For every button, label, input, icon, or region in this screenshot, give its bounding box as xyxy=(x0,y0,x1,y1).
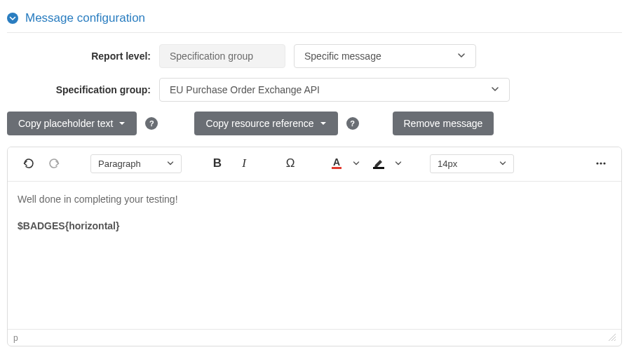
highlight-dropdown[interactable] xyxy=(392,153,405,174)
svg-point-2 xyxy=(600,162,602,164)
report-scope-value: Specific message xyxy=(304,50,381,62)
caret-down-icon xyxy=(320,118,327,129)
editor-line: Well done in completing your testing! xyxy=(18,191,611,208)
caret-down-icon xyxy=(119,118,126,129)
remove-message-label: Remove message xyxy=(404,118,483,129)
svg-point-3 xyxy=(603,162,605,164)
editor-toolbar: Paragraph B I Ω A xyxy=(8,147,621,182)
editor-status-path[interactable]: p xyxy=(13,333,18,343)
more-options-button[interactable] xyxy=(590,153,611,174)
report-scope-select[interactable]: Specific message xyxy=(294,44,476,68)
font-size-select[interactable]: 14px xyxy=(430,154,514,173)
redo-button[interactable] xyxy=(44,153,65,174)
special-char-button[interactable]: Ω xyxy=(280,153,301,174)
svg-point-0 xyxy=(7,13,18,24)
rich-text-editor: Paragraph B I Ω A xyxy=(7,147,622,346)
spec-group-label: Specification group: xyxy=(7,84,151,95)
report-level-value: Specification group xyxy=(159,44,285,68)
text-color-button[interactable]: A xyxy=(326,153,347,174)
chevron-down-icon xyxy=(457,50,466,62)
copy-resource-label: Copy resource reference xyxy=(205,118,313,129)
highlight-button[interactable] xyxy=(368,153,389,174)
block-format-value: Paragraph xyxy=(98,159,141,169)
undo-button[interactable] xyxy=(18,153,39,174)
section-title: Message configuration xyxy=(25,11,145,25)
copy-placeholder-button[interactable]: Copy placeholder text xyxy=(7,112,137,135)
collapse-toggle-icon[interactable] xyxy=(7,13,18,24)
copy-placeholder-label: Copy placeholder text xyxy=(18,118,113,129)
spec-group-value: EU Purchase Order Exchange API xyxy=(170,84,320,95)
text-color-icon: A xyxy=(332,158,341,169)
chevron-down-icon xyxy=(167,159,174,169)
editor-line: $BADGES{horizontal} xyxy=(18,218,611,235)
highlight-icon xyxy=(373,158,384,169)
bold-button[interactable]: B xyxy=(207,153,228,174)
chevron-down-icon xyxy=(491,84,499,95)
block-format-select[interactable]: Paragraph xyxy=(90,154,182,173)
chevron-down-icon xyxy=(499,159,506,169)
svg-point-1 xyxy=(596,162,598,164)
resize-grip-icon[interactable] xyxy=(607,332,616,343)
italic-button[interactable]: I xyxy=(234,153,255,174)
text-color-dropdown[interactable] xyxy=(350,153,363,174)
help-icon[interactable]: ? xyxy=(346,117,359,130)
copy-resource-button[interactable]: Copy resource reference xyxy=(194,112,337,135)
editor-content[interactable]: Well done in completing your testing! $B… xyxy=(8,182,621,329)
remove-message-button[interactable]: Remove message xyxy=(393,112,494,135)
spec-group-select[interactable]: EU Purchase Order Exchange API xyxy=(159,78,510,102)
font-size-value: 14px xyxy=(438,159,457,169)
report-level-label: Report level: xyxy=(7,50,151,62)
help-icon[interactable]: ? xyxy=(145,117,158,130)
